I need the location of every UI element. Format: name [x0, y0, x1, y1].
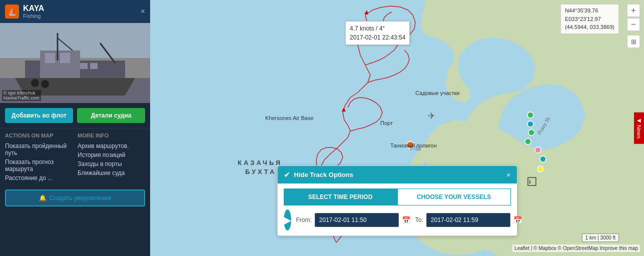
- vessel-details-button[interactable]: Детали судна: [77, 108, 145, 123]
- actions-column-title: ACTIONS ON MAP: [5, 132, 73, 138]
- more-info-column: MORE INFO Архив маршрутов. История позиц…: [78, 132, 145, 182]
- sidebar-more-history[interactable]: История позиций: [78, 150, 145, 160]
- tooltip-speed: 4.7 knots / 4°: [350, 24, 405, 33]
- map-attribution: Leaflet | © Mapbox © OpenStreetMap Impro…: [512, 244, 640, 252]
- map-layers-button[interactable]: ⊞: [627, 35, 640, 48]
- tab-time-period[interactable]: SELECT TIME PERIOD: [284, 188, 397, 206]
- coord-line1: N44°35'39.76: [565, 6, 614, 15]
- to-input-group: To: 📅: [415, 213, 522, 227]
- actions-column: ACTIONS ON MAP Показать пройденный путь …: [5, 132, 73, 182]
- coord-display: N44°35'39.76 E033°23'12.97 (44.5944, 033…: [560, 4, 619, 34]
- svg-rect-7: [60, 53, 70, 63]
- sidebar: ⛵ KAYA Fishing ×: [0, 0, 150, 256]
- sidebar-more-ports[interactable]: Заходы в порты: [78, 160, 145, 168]
- track-options-close-button[interactable]: ×: [506, 171, 510, 179]
- svg-point-13: [31, 79, 39, 87]
- scale-bar: 1 km | 3000 ft: [582, 234, 619, 242]
- vessel-icon: ⛵: [5, 4, 19, 18]
- map-tooltip: 4.7 knots / 4° 2017-02-01 22:43:54: [345, 21, 410, 45]
- action-buttons: Добавить во флот Детали судна: [0, 103, 150, 128]
- svg-text:✈: ✈: [428, 111, 435, 121]
- coord-line2: E033°23'12.97: [565, 15, 614, 24]
- from-calendar-icon[interactable]: 📅: [402, 216, 410, 224]
- from-input-group: From: 📅: [296, 213, 410, 227]
- from-date-input[interactable]: [315, 213, 399, 227]
- track-options-panel: ✔ Hide Track Options × SELECT TIME PERIO…: [277, 166, 517, 236]
- svg-point-23: [527, 121, 533, 127]
- vessel-type: Fishing: [23, 13, 44, 19]
- check-icon: ✔: [284, 170, 290, 180]
- zoom-out-button[interactable]: −: [627, 18, 640, 31]
- news-arrow-icon: ◀: [636, 118, 642, 123]
- scale-3000ft: 3000 ft: [600, 235, 615, 240]
- sidebar-action-distance[interactable]: Расстояние до ...: [5, 174, 73, 182]
- photo-credit: © Igor Klimchuk MarineTraffic.com: [2, 90, 41, 101]
- svg-rect-11: [80, 63, 88, 69]
- tooltip-time: 2017-02-01 22:43:54: [350, 33, 405, 42]
- svg-point-14: [41, 80, 49, 88]
- svg-point-28: [537, 166, 543, 172]
- from-label: From:: [296, 216, 312, 224]
- vessel-image: © Igor Klimchuk MarineTraffic.com: [0, 23, 150, 103]
- sidebar-header-left: ⛵ KAYA Fishing: [5, 4, 44, 19]
- create-notification-label: Создать уведомления: [50, 194, 111, 202]
- zoom-controls: + −: [627, 4, 640, 31]
- to-calendar-icon[interactable]: 📅: [513, 216, 522, 224]
- news-label: News: [636, 125, 642, 139]
- more-info-column-title: MORE INFO: [78, 132, 145, 138]
- create-notification-button[interactable]: 🔔 Создать уведомления: [5, 190, 145, 206]
- to-label: To:: [415, 216, 423, 224]
- svg-point-29: [407, 142, 414, 148]
- svg-point-24: [528, 130, 534, 136]
- track-options-header: ✔ Hide Track Options ×: [278, 166, 517, 184]
- to-date-input[interactable]: [426, 213, 510, 227]
- zoom-in-button[interactable]: +: [627, 4, 640, 17]
- svg-point-26: [535, 147, 541, 153]
- scale-1km: 1 km: [585, 235, 596, 240]
- coord-line3: (44.5944, 033.3869): [565, 23, 614, 32]
- map-area[interactable]: Pravy St. ℹ ✈ N44°35'39.76 E033°23'12.97…: [150, 0, 644, 256]
- two-column-section: ACTIONS ON MAP Показать пройденный путь …: [0, 128, 150, 186]
- svg-text:ℹ: ℹ: [529, 179, 531, 184]
- svg-rect-12: [90, 63, 98, 69]
- svg-point-27: [540, 156, 546, 162]
- sidebar-action-prognoz[interactable]: Показать прогноз маршрута: [5, 158, 73, 174]
- play-button[interactable]: ▶: [284, 210, 291, 230]
- vessel-name: KAYA: [23, 4, 44, 13]
- sidebar-action-track[interactable]: Показать пройденный путь: [5, 142, 73, 158]
- svg-point-22: [527, 112, 533, 118]
- sidebar-more-archive[interactable]: Архив маршрутов.: [78, 142, 145, 150]
- track-options-body: SELECT TIME PERIOD CHOOSE YOUR VESSELS ▶…: [278, 184, 517, 236]
- sidebar-header: ⛵ KAYA Fishing ×: [0, 0, 150, 23]
- close-button[interactable]: ×: [141, 7, 145, 16]
- svg-rect-6: [45, 53, 55, 63]
- hide-track-title: Hide Track Options: [294, 171, 353, 178]
- news-button[interactable]: ◀ News: [634, 112, 644, 144]
- attribution-text: Leaflet | © Mapbox © OpenStreetMap Impro…: [514, 246, 638, 251]
- svg-point-25: [525, 138, 531, 144]
- play-and-inputs: ▶ From: 📅 To: 📅: [284, 210, 511, 230]
- add-fleet-button[interactable]: Добавить во флот: [5, 108, 73, 123]
- tab-choose-vessels[interactable]: CHOOSE YOUR VESSELS: [397, 188, 511, 206]
- sidebar-more-nearby[interactable]: Ближайшие суда: [78, 168, 145, 178]
- track-tabs: SELECT TIME PERIOD CHOOSE YOUR VESSELS: [284, 188, 511, 206]
- bell-icon: 🔔: [39, 194, 47, 202]
